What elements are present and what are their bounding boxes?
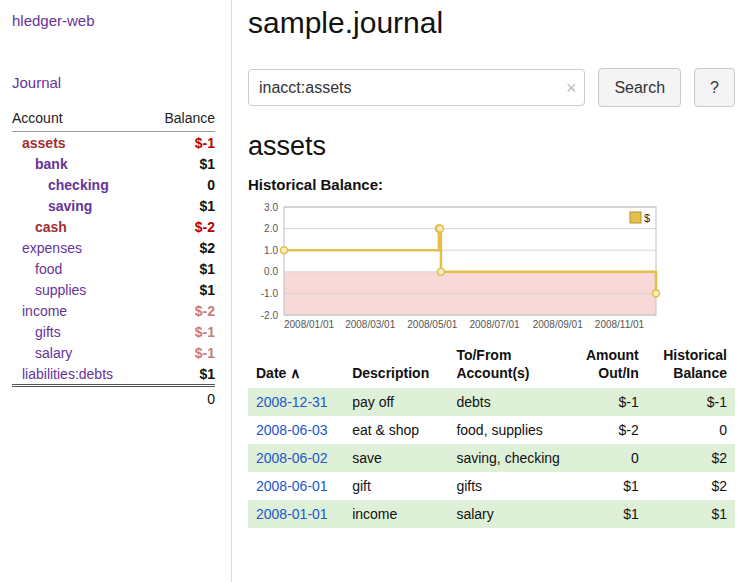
data-point-marker — [436, 225, 443, 232]
account-row: supplies$1 — [12, 279, 215, 300]
account-link[interactable]: cash — [35, 219, 67, 235]
account-name-cell: supplies — [12, 279, 147, 300]
register-row: 2008-06-03eat & shopfood, supplies$-20 — [248, 416, 735, 444]
account-row: salary$-1 — [12, 342, 215, 363]
account-name-cell: gifts — [12, 321, 147, 342]
register-row: 2008-01-01incomesalary$1$1 — [248, 500, 735, 528]
account-link[interactable]: saving — [48, 198, 92, 214]
transaction-date-link[interactable]: 2008-06-02 — [256, 450, 328, 466]
account-name-cell: expenses — [12, 237, 147, 258]
chart-legend: $ — [630, 212, 650, 224]
account-name-cell: saving — [12, 195, 147, 216]
register-header-balance: Historical Balance — [647, 345, 735, 388]
svg-text:2008/03/01: 2008/03/01 — [345, 319, 395, 330]
accounts-cell: saving, checking — [448, 444, 574, 472]
account-name-cell: assets — [12, 132, 147, 154]
account-link[interactable]: salary — [35, 345, 72, 361]
data-point-marker — [281, 247, 288, 254]
register-header-description: Description — [344, 345, 448, 388]
accounts-header-row: Account Balance — [12, 108, 215, 132]
account-link[interactable]: supplies — [35, 282, 86, 298]
balance-cell: $2 — [647, 444, 735, 472]
svg-text:2.0: 2.0 — [264, 223, 278, 234]
sidebar-item-journal[interactable]: Journal — [12, 74, 215, 91]
description-cell: save — [344, 444, 448, 472]
transaction-date-link[interactable]: 2008-01-01 — [256, 506, 328, 522]
account-row: cash$-2 — [12, 216, 215, 237]
account-link[interactable]: checking — [48, 177, 109, 193]
balance-cell: 0 — [647, 416, 735, 444]
help-button[interactable]: ? — [694, 68, 735, 107]
date-cell: 2008-12-31 — [248, 388, 344, 416]
sidebar: hledger-web Journal Account Balance asse… — [0, 0, 232, 582]
search-bar: × Search ? — [248, 68, 735, 107]
account-link[interactable]: assets — [22, 135, 66, 151]
description-cell: pay off — [344, 388, 448, 416]
account-link[interactable]: gifts — [35, 324, 61, 340]
account-balance: $-1 — [147, 342, 215, 363]
date-cell: 2008-01-01 — [248, 500, 344, 528]
main-content: sample.journal × Search ? assets Histori… — [232, 0, 742, 582]
account-name-cell: checking — [12, 174, 147, 195]
register-header-date[interactable]: Date ∧ — [248, 345, 344, 388]
account-balance: $1 — [147, 195, 215, 216]
account-balance: $1 — [147, 363, 215, 386]
search-button[interactable]: Search — [598, 68, 681, 107]
accounts-cell: food, supplies — [448, 416, 574, 444]
account-balance: $-2 — [147, 300, 215, 321]
svg-text:3.0: 3.0 — [264, 202, 278, 213]
account-link[interactable]: income — [22, 303, 67, 319]
description-cell: gift — [344, 472, 448, 500]
amount-cell: $-2 — [575, 416, 647, 444]
amount-cell: $1 — [575, 472, 647, 500]
transaction-date-link[interactable]: 2008-06-01 — [256, 478, 328, 494]
historical-balance-chart: 3.02.01.00.0-1.0-2.02008/01/012008/03/01… — [248, 197, 664, 337]
data-point-marker — [437, 268, 444, 275]
account-balance: $1 — [147, 258, 215, 279]
description-cell: income — [344, 500, 448, 528]
chart-title: Historical Balance: — [248, 176, 735, 193]
account-row: expenses$2 — [12, 237, 215, 258]
account-row: liabilities:debts$1 — [12, 363, 215, 386]
account-link[interactable]: expenses — [22, 240, 82, 256]
svg-text:-1.0: -1.0 — [261, 288, 279, 299]
account-row: income$-2 — [12, 300, 215, 321]
account-balance: 0 — [147, 174, 215, 195]
account-row: checking0 — [12, 174, 215, 195]
account-balance: $-2 — [147, 216, 215, 237]
page-title: sample.journal — [248, 6, 735, 40]
svg-text:2008/01/01: 2008/01/01 — [284, 319, 334, 330]
register-row: 2008-06-01giftgifts$1$2 — [248, 472, 735, 500]
account-link[interactable]: liabilities:debts — [22, 366, 113, 382]
date-cell: 2008-06-03 — [248, 416, 344, 444]
accounts-cell: debts — [448, 388, 574, 416]
clear-search-icon[interactable]: × — [566, 79, 577, 97]
hledger-web-app: hledger-web Journal Account Balance asse… — [0, 0, 742, 582]
balance-cell: $1 — [647, 500, 735, 528]
transaction-date-link[interactable]: 2008-06-03 — [256, 422, 328, 438]
accounts-table: Account Balance assets$-1bank$1checking0… — [12, 108, 215, 410]
account-row: bank$1 — [12, 153, 215, 174]
search-input[interactable] — [248, 69, 585, 106]
app-title-link[interactable]: hledger-web — [12, 12, 215, 29]
account-row: saving$1 — [12, 195, 215, 216]
accounts-cell: gifts — [448, 472, 574, 500]
accounts-header-balance: Balance — [147, 108, 215, 132]
account-balance: $1 — [147, 279, 215, 300]
account-link[interactable]: bank — [35, 156, 68, 172]
transaction-date-link[interactable]: 2008-12-31 — [256, 394, 328, 410]
accounts-total-spacer — [12, 386, 147, 410]
search-box: × — [248, 69, 585, 106]
register-row: 2008-06-02savesaving, checking0$2 — [248, 444, 735, 472]
account-balance: $-1 — [147, 132, 215, 154]
accounts-total-value: 0 — [147, 386, 215, 410]
amount-cell: $1 — [575, 500, 647, 528]
account-balance: $-1 — [147, 321, 215, 342]
description-cell: eat & shop — [344, 416, 448, 444]
balance-cell: $2 — [647, 472, 735, 500]
account-link[interactable]: food — [35, 261, 62, 277]
legend-label: $ — [644, 212, 650, 224]
account-row: gifts$-1 — [12, 321, 215, 342]
chart-container: 3.02.01.00.0-1.0-2.02008/01/012008/03/01… — [248, 197, 735, 337]
svg-text:2008/09/01: 2008/09/01 — [533, 319, 583, 330]
